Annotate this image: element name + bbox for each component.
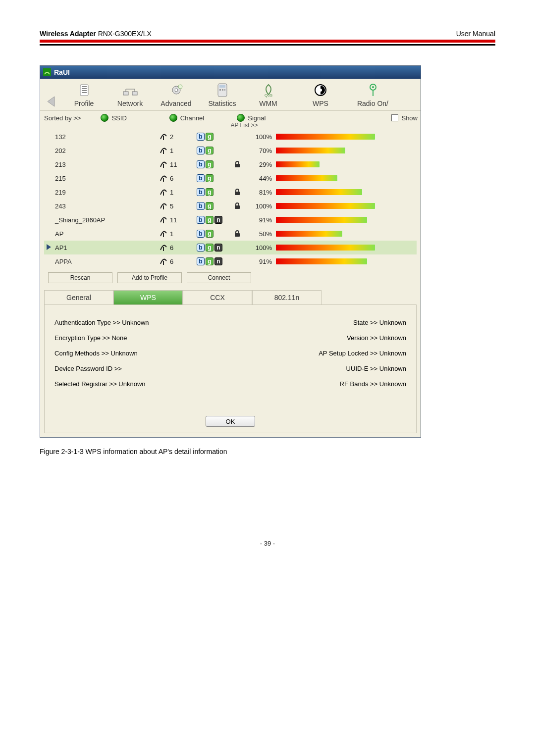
ap-row[interactable]: _Shiang_2860AP11bgn91%	[44, 213, 417, 227]
mode-badge-b: b	[197, 202, 205, 210]
radio-dot-icon	[169, 114, 177, 122]
toolbar-statistics[interactable]: Statistics	[199, 82, 245, 107]
sort-ssid[interactable]: SSID	[101, 114, 126, 122]
ap-row[interactable]: 1322bg100%	[44, 130, 417, 144]
ap-encryption	[232, 213, 244, 227]
ap-list-label: AP List >>	[40, 123, 421, 130]
mode-badge-g: g	[206, 202, 214, 210]
svg-point-10	[175, 89, 178, 92]
mode-badge-b: b	[197, 147, 205, 154]
ap-encryption	[232, 171, 244, 185]
play-icon	[47, 244, 51, 250]
svg-rect-30	[235, 205, 240, 209]
header-rule	[40, 44, 495, 46]
tab-general[interactable]: General	[44, 290, 113, 304]
antenna-icon	[159, 202, 168, 210]
page-number: - 39 -	[40, 540, 495, 547]
lock-icon	[234, 189, 242, 196]
ap-signal-percent: 44%	[244, 171, 274, 185]
svg-rect-4	[82, 88, 87, 89]
ap-channel: 2	[157, 130, 195, 144]
ap-row[interactable]: 21311bg29%	[44, 157, 417, 171]
ok-button[interactable]: OK	[206, 416, 255, 427]
toolbar-wmm[interactable]: QoS WMM	[245, 82, 291, 107]
ap-channel: 5	[157, 199, 195, 213]
ap-ssid: 243	[53, 199, 157, 213]
toolbar-radio[interactable]: Radio On/	[350, 82, 396, 107]
svg-point-20	[372, 86, 374, 88]
ap-row[interactable]: 2021bg70%	[44, 144, 417, 157]
sort-signal[interactable]: Signal	[237, 114, 266, 122]
ap-channel: 6	[157, 241, 195, 254]
ap-modes: bg	[195, 130, 232, 144]
svg-rect-25	[235, 164, 240, 167]
radio-dot-icon	[237, 114, 245, 122]
sort-channel[interactable]: Channel	[169, 114, 204, 122]
wps-config-methods: Config Methods >> Unknown	[54, 346, 203, 361]
toolbar-profile[interactable]: Profile	[61, 82, 107, 107]
svg-marker-1	[48, 97, 54, 106]
toolbar-wps[interactable]: WPS	[291, 82, 350, 107]
ap-modes: bgn	[195, 254, 232, 268]
radio-dot-icon	[101, 114, 108, 122]
svg-rect-33	[235, 233, 240, 237]
mode-badge-b: b	[197, 257, 205, 265]
ap-signal-bar	[274, 130, 417, 144]
connect-button[interactable]: Connect	[187, 272, 251, 283]
qos-icon: QoS	[246, 82, 290, 99]
antenna-icon	[159, 147, 168, 154]
ap-ssid: 215	[53, 171, 157, 185]
ap-signal-bar	[274, 227, 417, 241]
ap-signal-bar	[274, 171, 417, 185]
network-icon	[108, 82, 152, 99]
ap-signal-bar	[274, 199, 417, 213]
toolbar-network[interactable]: Network	[107, 82, 153, 107]
ap-ssid: 213	[53, 157, 157, 171]
doc-type: User Manual	[456, 30, 495, 38]
raui-window: RaUI Profile Network	[40, 65, 421, 438]
selected-marker	[44, 254, 53, 268]
product-name: Wireless Adapter	[40, 30, 96, 38]
svg-rect-28	[235, 192, 240, 195]
calculator-icon	[200, 82, 244, 99]
show-checkbox[interactable]: Show	[391, 114, 418, 122]
profile-icon	[62, 82, 106, 99]
mode-badge-b: b	[197, 244, 205, 252]
lock-icon	[234, 161, 242, 168]
mode-badge-g: g	[206, 133, 214, 141]
back-button[interactable]	[41, 96, 61, 107]
antenna-icon	[159, 188, 168, 196]
ap-row[interactable]: AP16bgn100%	[44, 241, 417, 254]
mode-badge-n: n	[214, 216, 222, 224]
ap-row[interactable]: AP1bg50%	[44, 227, 417, 241]
ap-signal-bar	[274, 144, 417, 157]
selected-marker	[44, 185, 53, 199]
ap-row[interactable]: APPA6bgn91%	[44, 254, 417, 268]
antenna-icon	[159, 230, 168, 238]
ap-encryption	[232, 130, 244, 144]
ap-modes: bg	[195, 171, 232, 185]
wps-encryption-type: Encryption Type >> None	[54, 330, 203, 346]
selected-marker	[44, 144, 53, 157]
mode-badge-g: g	[206, 188, 214, 196]
antenna-icon	[159, 257, 168, 265]
ap-modes: bg	[195, 185, 232, 199]
chevron-left-icon	[45, 96, 57, 107]
antenna-icon	[159, 174, 168, 182]
mode-badge-g: g	[206, 216, 214, 224]
add-to-profile-button[interactable]: Add to Profile	[117, 272, 182, 283]
tab-80211n[interactable]: 802.11n	[252, 290, 321, 304]
selected-marker	[44, 171, 53, 185]
tab-ccx[interactable]: CCX	[183, 290, 252, 304]
tab-wps[interactable]: WPS	[113, 290, 183, 304]
ap-row[interactable]: 2156bg44%	[44, 171, 417, 185]
ap-signal-percent: 100%	[244, 241, 274, 254]
app-logo-icon	[43, 68, 51, 76]
ap-actions: Rescan Add to Profile Connect	[40, 268, 421, 288]
toolbar-advanced[interactable]: Advanced	[153, 82, 199, 107]
wps-detail-panel: Authentication Type >> Unknown Encryptio…	[44, 304, 417, 433]
rescan-button[interactable]: Rescan	[48, 272, 112, 283]
ap-row[interactable]: 2191bg81%	[44, 185, 417, 199]
ap-modes: bg	[195, 199, 232, 213]
ap-row[interactable]: 2435bg100%	[44, 199, 417, 213]
